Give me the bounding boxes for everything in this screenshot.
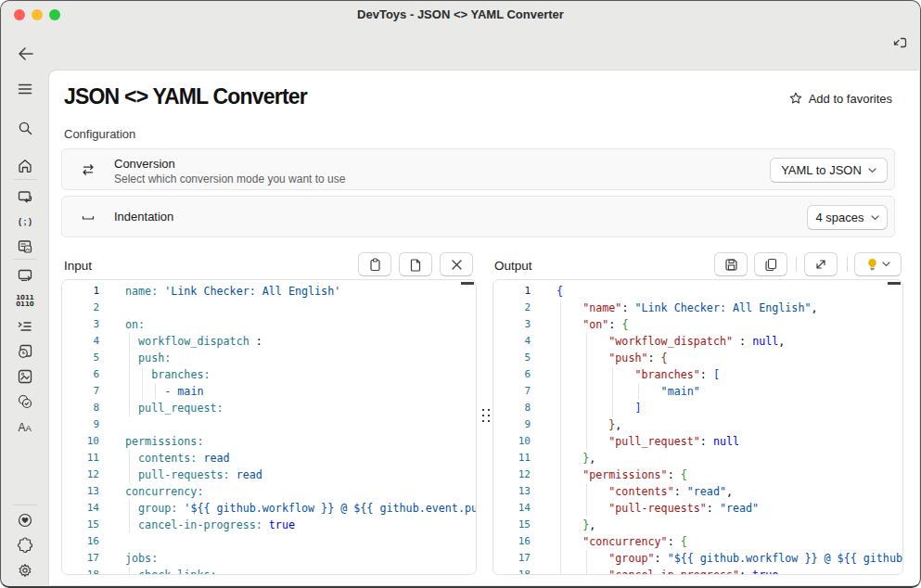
encoders-decoders-icon[interactable]: ( ; ): [1, 209, 49, 235]
copy-button[interactable]: [754, 252, 787, 276]
line-number: 18: [62, 567, 99, 575]
line-number: 2: [493, 300, 531, 316]
svg-text:A: A: [19, 421, 26, 434]
list-icon[interactable]: [1, 313, 49, 339]
titlebar: DevToys - JSON <> YAML Converter: [1, 1, 920, 29]
search-icon[interactable]: [1, 115, 49, 141]
code-line: pull-requests: read: [125, 467, 262, 483]
indentation-dropdown[interactable]: 4 spaces: [807, 205, 888, 230]
code-line: "name": "Link Checker: All English",: [556, 300, 818, 316]
extensions-icon[interactable]: [1, 532, 49, 558]
indentation-label: Indentation: [114, 210, 173, 224]
panel-resize-handle[interactable]: [480, 407, 492, 424]
input-editor[interactable]: 123456789101112131415161718 name: 'Link …: [61, 279, 477, 575]
code-line: check-links:: [125, 567, 217, 574]
line-number: 16: [493, 533, 531, 550]
line-number: 10: [493, 433, 531, 450]
code-line: "push": {: [556, 350, 668, 366]
add-to-favorites-label: Add to favorites: [809, 92, 892, 106]
line-number: 13: [493, 483, 531, 500]
formatters-icon[interactable]: [1, 234, 49, 260]
star-icon: [789, 92, 802, 105]
svg-text:A: A: [26, 423, 32, 433]
input-label: Input: [64, 259, 92, 273]
line-number: 5: [493, 350, 531, 366]
chevron-down-icon: [882, 262, 890, 267]
indentation-setting-card: Indentation 4 spaces: [61, 196, 895, 237]
conversion-label: Conversion: [114, 157, 175, 171]
line-number: 8: [62, 400, 99, 416]
smart-detection-dropdown[interactable]: [854, 252, 902, 276]
lightbulb-icon: [866, 258, 878, 271]
add-to-favorites-button[interactable]: Add to favorites: [789, 87, 892, 109]
line-number: 9: [493, 416, 531, 433]
conversion-mode-dropdown[interactable]: YAML to JSON: [770, 158, 888, 183]
input-code[interactable]: name: 'Link Checker: All English'on: wor…: [125, 280, 476, 574]
open-file-button[interactable]: [399, 252, 432, 276]
line-number-gutter: 123456789101112131415161718: [62, 280, 99, 574]
line-number: 18: [493, 567, 531, 575]
generators-icon[interactable]: [1, 262, 49, 288]
graphic-icon[interactable]: [1, 364, 49, 390]
line-number: 17: [493, 550, 531, 567]
save-button[interactable]: [714, 252, 748, 276]
back-button[interactable]: [16, 44, 36, 64]
code-line: on:: [125, 316, 145, 333]
code-line: group: '${{ github.workflow }} @ ${{ git…: [125, 500, 476, 517]
settings-icon[interactable]: [1, 557, 49, 583]
indentation-icon: [80, 209, 96, 225]
line-number: 13: [62, 483, 99, 500]
line-number: 1: [493, 283, 531, 300]
code-line: "permissions": {: [556, 467, 687, 483]
line-number: 3: [493, 316, 531, 333]
clock-icon[interactable]: [1, 339, 49, 364]
home-icon[interactable]: [1, 153, 49, 179]
window-title: DevToys - JSON <> YAML Converter: [1, 7, 920, 21]
code-line: jobs:: [125, 550, 158, 567]
code-line: "workflow_dispatch" : null,: [556, 333, 785, 350]
line-number: 4: [493, 333, 531, 350]
code-line: branches:: [125, 366, 211, 383]
toolbar-separator: [847, 257, 848, 272]
app-window: DevToys - JSON <> YAML Converter ( ; )10…: [0, 0, 921, 588]
line-number: 16: [62, 533, 99, 550]
code-line: push:: [125, 350, 171, 366]
line-number: 5: [62, 350, 99, 366]
sponsor-icon[interactable]: [1, 507, 49, 533]
binary-icon[interactable]: 10110110: [1, 288, 49, 314]
line-number-gutter: 123456789101112131415161718: [493, 280, 531, 574]
code-line: permissions:: [125, 433, 203, 450]
testers-icon[interactable]: [1, 389, 49, 415]
code-line: "branches": [: [556, 366, 720, 383]
sidebar-separator: [13, 259, 37, 260]
expand-button[interactable]: [804, 252, 838, 276]
line-number: 9: [62, 416, 99, 433]
compact-overlay-icon[interactable]: [890, 35, 909, 51]
line-number: 2: [62, 300, 99, 316]
conversion-setting-card: Conversion Select which conversion mode …: [61, 148, 895, 190]
indentation-value: 4 spaces: [815, 211, 863, 224]
code-line: workflow_dispatch :: [125, 333, 262, 350]
line-number: 4: [62, 333, 99, 350]
code-line: "pull_request": null: [556, 433, 739, 450]
main-content: JSON <> YAML Converter Add to favorites …: [49, 70, 919, 585]
converters-icon[interactable]: [1, 184, 49, 210]
line-number: 1: [62, 283, 99, 300]
code-line: },: [556, 517, 595, 533]
code-line: ]: [556, 400, 642, 416]
code-line: - main: [125, 383, 203, 400]
menu-icon[interactable]: [1, 76, 49, 102]
clear-input-button[interactable]: [440, 252, 473, 276]
line-number: 11: [62, 450, 99, 467]
code-line: "concurrency": {: [556, 533, 687, 550]
line-number: 14: [493, 500, 531, 517]
toolbar-separator: [796, 257, 797, 272]
code-line: "pull-requests": "read": [556, 500, 759, 517]
text-tools-icon[interactable]: AA: [1, 414, 49, 440]
output-code[interactable]: { "name": "Link Checker: All English", "…: [556, 280, 902, 574]
output-editor[interactable]: 123456789101112131415161718 { "name": "L…: [492, 279, 903, 575]
paste-button[interactable]: [358, 252, 391, 276]
code-line: },: [556, 450, 595, 467]
line-number: 15: [493, 517, 531, 533]
chevron-down-icon: [871, 215, 879, 221]
